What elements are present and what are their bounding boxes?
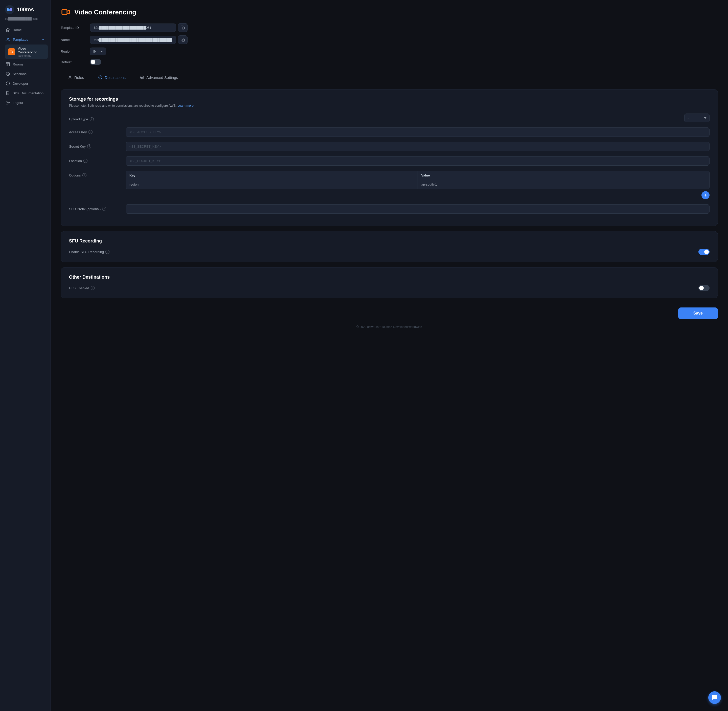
page-header: Video Conferencing: [60, 7, 718, 17]
upload-type-select[interactable]: - S3 GCP OBS Alibaba Azure: [684, 114, 710, 122]
sidebar-item-rooms[interactable]: Rooms: [3, 60, 48, 69]
secret-key-row: Secret Key ?: [69, 142, 710, 151]
sub-template-name: Video Conferencing: [18, 47, 45, 54]
tab-destinations[interactable]: Destinations: [91, 72, 133, 83]
save-button[interactable]: Save: [678, 307, 718, 319]
sidebar-item-home[interactable]: Home: [3, 25, 48, 34]
options-key-header: Key: [126, 171, 418, 180]
sfu-prefix-input[interactable]: [126, 204, 710, 214]
tab-roles[interactable]: Roles: [60, 72, 91, 83]
options-value-cell: ap-south-1: [418, 180, 710, 189]
add-option-button[interactable]: +: [701, 191, 710, 199]
name-copy-button[interactable]: [178, 35, 187, 44]
home-icon: [6, 28, 10, 32]
sidebar-item-sdk-docs[interactable]: SDK Documentation: [3, 89, 48, 97]
sidebar-item-templates[interactable]: Templates: [3, 35, 48, 44]
sidebar-item-developer-label: Developer: [13, 82, 28, 86]
sidebar-item-sdk-label: SDK Documentation: [13, 91, 43, 95]
default-row: Default: [60, 59, 718, 65]
sidebar-item-sessions[interactable]: Sessions: [3, 69, 48, 78]
enable-sfu-help[interactable]: ?: [105, 250, 109, 254]
templates-icon: [6, 37, 10, 42]
options-value-header: Value: [418, 171, 710, 180]
enable-sfu-label: Enable SFU Recording ?: [69, 250, 119, 254]
sidebar-sub-templates: Video Conferencing testinghms: [3, 44, 48, 59]
options-header: Key Value: [126, 171, 709, 180]
access-key-input[interactable]: [126, 127, 710, 137]
svg-point-6: [99, 75, 102, 79]
sidebar-item-video-conferencing[interactable]: Video Conferencing testinghms: [5, 44, 48, 59]
access-key-row: Access Key ?: [69, 127, 710, 137]
options-row: Options ? Key Value region ap-south-1: [69, 171, 710, 199]
options-label: Options ?: [69, 171, 119, 177]
sidebar-item-logout[interactable]: Logout: [3, 98, 48, 107]
template-id-row: Template ID: [60, 23, 718, 32]
hls-slider: [699, 285, 710, 291]
other-destinations-card: Other Destinations HLS Enabled ?: [60, 267, 718, 298]
tabs: Roles Destinations Advanced Settings: [60, 72, 718, 83]
location-row: Location ?: [69, 156, 710, 165]
upload-type-help[interactable]: ?: [90, 117, 94, 121]
default-toggle[interactable]: [90, 59, 101, 65]
chat-bubble[interactable]: [708, 691, 721, 704]
region-row: Region IN US EU: [60, 47, 718, 55]
storage-title: Storage for recordings: [69, 97, 710, 102]
sidebar-item-rooms-label: Rooms: [13, 62, 24, 66]
location-input[interactable]: [126, 156, 710, 165]
sfu-recording-slider: [699, 249, 710, 255]
access-key-help[interactable]: ?: [88, 130, 93, 134]
default-label: Default: [60, 60, 86, 64]
default-toggle-slider: [90, 59, 101, 65]
tab-roles-label: Roles: [74, 75, 84, 80]
sdk-icon: [6, 91, 10, 95]
tab-destinations-label: Destinations: [105, 75, 126, 80]
sessions-icon: [6, 72, 10, 76]
logo: 100ms: [0, 5, 50, 16]
other-destinations-title: Other Destinations: [69, 274, 710, 280]
logo-icon: [5, 5, 14, 14]
svg-point-7: [100, 77, 101, 78]
location-help[interactable]: ?: [83, 159, 87, 163]
sidebar-item-developer[interactable]: Developer: [3, 79, 48, 88]
destinations-icon: [98, 75, 103, 80]
options-table: Key Value region ap-south-1: [126, 171, 710, 189]
learn-more-link[interactable]: Learn more: [177, 104, 194, 108]
svg-rect-4: [182, 27, 184, 30]
sfu-prefix-help[interactable]: ?: [102, 207, 106, 211]
page-header-icon: [60, 7, 71, 17]
options-help[interactable]: ?: [83, 173, 87, 177]
options-body: region ap-south-1: [126, 180, 709, 189]
upload-type-row: Upload Type ? - S3 GCP OBS Alibaba Azure: [69, 114, 710, 122]
storage-subtitle: Please note: Both read and write permiss…: [69, 104, 710, 108]
name-label: Name: [60, 38, 86, 42]
logo-text: 100ms: [17, 6, 34, 13]
main-content: Video Conferencing Template ID Name: [50, 0, 728, 711]
template-id-copy-button[interactable]: [178, 23, 187, 32]
tab-advanced-settings-label: Advanced Settings: [146, 75, 178, 80]
footer-bar: Save: [60, 304, 718, 319]
hls-help[interactable]: ?: [91, 286, 95, 290]
sfu-recording-toggle[interactable]: [699, 249, 710, 255]
sub-template-tenant: testinghms: [18, 54, 45, 57]
tab-advanced-settings[interactable]: Advanced Settings: [133, 72, 185, 83]
page-title: Video Conferencing: [74, 8, 136, 16]
chevron-up-icon: [41, 38, 45, 41]
name-input[interactable]: [90, 35, 176, 44]
sidebar-nav: Home Templates Video Conferencing: [0, 25, 50, 107]
hls-toggle[interactable]: [699, 285, 710, 291]
svg-rect-1: [6, 62, 10, 66]
secret-key-help[interactable]: ?: [87, 145, 91, 148]
template-id-label: Template ID: [60, 26, 86, 30]
sidebar-item-logout-label: Logout: [13, 101, 23, 105]
region-select[interactable]: IN US EU: [90, 47, 106, 55]
location-label: Location ?: [69, 156, 119, 163]
access-key-label: Access Key ?: [69, 127, 119, 134]
options-key-cell: region: [126, 180, 418, 189]
sidebar-user-email: su████████████.com: [0, 16, 50, 25]
secret-key-input[interactable]: [126, 142, 710, 151]
video-conferencing-icon: [8, 48, 15, 55]
region-label: Region: [60, 50, 86, 53]
developer-icon: [6, 81, 10, 86]
sidebar-item-home-label: Home: [13, 28, 22, 32]
template-id-input[interactable]: [90, 24, 176, 32]
